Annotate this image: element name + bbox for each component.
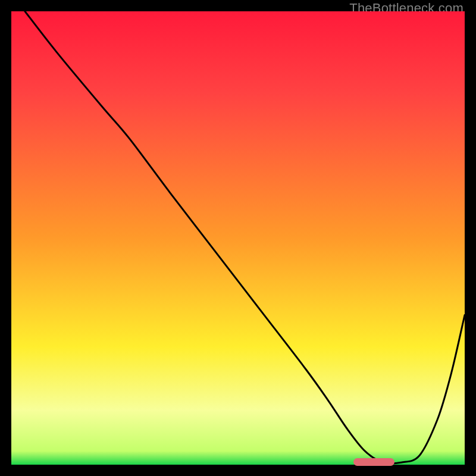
bottleneck-chart [11,11,465,465]
chart-frame [11,11,465,465]
optimal-marker [353,458,394,466]
